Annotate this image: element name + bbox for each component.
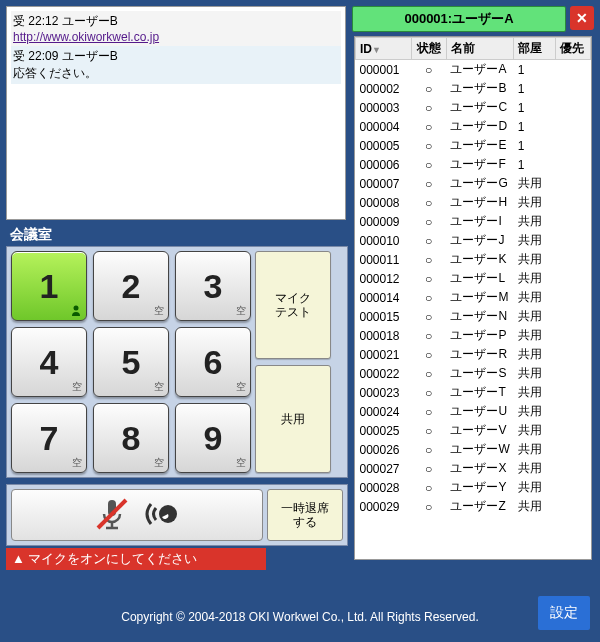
leave-button[interactable]: 一時退席 する	[267, 489, 343, 541]
person-icon	[70, 304, 82, 318]
speaking-icon	[142, 494, 182, 537]
table-row[interactable]: 000024○ユーザーU共用	[356, 402, 591, 421]
sort-desc-icon: ▼	[372, 45, 381, 55]
room-6-button[interactable]: 6空	[175, 327, 251, 397]
chat-msg-link[interactable]: http://www.okiworkwel.co.jp	[13, 30, 159, 44]
vacant-label: 空	[236, 456, 246, 470]
table-row[interactable]: 000009○ユーザーI共用	[356, 212, 591, 231]
table-row[interactable]: 000018○ユーザーP共用	[356, 326, 591, 345]
table-row[interactable]: 000025○ユーザーV共用	[356, 421, 591, 440]
room-5-button[interactable]: 5空	[93, 327, 169, 397]
settings-button[interactable]: 設定	[538, 596, 590, 630]
table-row[interactable]: 000014○ユーザーM共用	[356, 288, 591, 307]
table-row[interactable]: 000001○ユーザーA1	[356, 60, 591, 80]
table-row[interactable]: 000004○ユーザーD1	[356, 117, 591, 136]
vacant-label: 空	[72, 456, 82, 470]
mic-muted-icon	[92, 494, 132, 537]
table-row[interactable]: 000002○ユーザーB1	[356, 79, 591, 98]
svg-point-0	[74, 306, 79, 311]
vacant-label: 空	[154, 304, 164, 318]
table-row[interactable]: 000022○ユーザーS共用	[356, 364, 591, 383]
room-1-button[interactable]: 1	[11, 251, 87, 321]
table-row[interactable]: 000027○ユーザーX共用	[356, 459, 591, 478]
copyright: Copyright © 2004-2018 OKI Workwel Co., L…	[0, 610, 600, 624]
table-row[interactable]: 000012○ユーザーL共用	[356, 269, 591, 288]
col-priority[interactable]: 優先	[555, 38, 590, 60]
room-2-button[interactable]: 2空	[93, 251, 169, 321]
table-row[interactable]: 000003○ユーザーC1	[356, 98, 591, 117]
shared-room-button[interactable]: 共用	[255, 365, 331, 473]
vacant-label: 空	[236, 380, 246, 394]
section-title: 会議室	[6, 224, 348, 246]
table-row[interactable]: 000011○ユーザーK共用	[356, 250, 591, 269]
table-row[interactable]: 000010○ユーザーJ共用	[356, 231, 591, 250]
room-9-button[interactable]: 9空	[175, 403, 251, 473]
selected-user-label: 000001:ユーザーA	[352, 6, 566, 32]
mic-toggle-button[interactable]	[11, 489, 263, 541]
user-list[interactable]: ID▼ 状態 名前 部屋 優先 000001○ユーザーA1000002○ユーザー…	[354, 36, 592, 560]
col-id[interactable]: ID▼	[356, 38, 412, 60]
col-room[interactable]: 部屋	[514, 38, 556, 60]
col-name[interactable]: 名前	[446, 38, 513, 60]
vacant-label: 空	[72, 380, 82, 394]
table-row[interactable]: 000021○ユーザーR共用	[356, 345, 591, 364]
chat-msg-header: 受 22:09 ユーザーB	[13, 48, 339, 65]
room-7-button[interactable]: 7空	[11, 403, 87, 473]
room-4-button[interactable]: 4空	[11, 327, 87, 397]
table-row[interactable]: 000006○ユーザーF1	[356, 155, 591, 174]
table-row[interactable]: 000008○ユーザーH共用	[356, 193, 591, 212]
table-row[interactable]: 000007○ユーザーG共用	[356, 174, 591, 193]
mic-warning: マイクをオンにしてください	[6, 548, 266, 570]
table-row[interactable]: 000029○ユーザーZ共用	[356, 497, 591, 516]
vacant-label: 空	[154, 456, 164, 470]
chat-log[interactable]: 受 22:12 ユーザーB http://www.okiworkwel.co.j…	[6, 6, 346, 220]
table-row[interactable]: 000005○ユーザーE1	[356, 136, 591, 155]
chat-msg-body: 応答ください。	[13, 65, 339, 82]
vacant-label: 空	[154, 380, 164, 394]
col-status[interactable]: 状態	[411, 38, 446, 60]
room-8-button[interactable]: 8空	[93, 403, 169, 473]
chat-msg-header: 受 22:12 ユーザーB	[13, 13, 339, 30]
table-row[interactable]: 000026○ユーザーW共用	[356, 440, 591, 459]
room-3-button[interactable]: 3空	[175, 251, 251, 321]
close-button[interactable]: ✕	[570, 6, 594, 30]
vacant-label: 空	[236, 304, 246, 318]
mic-test-button[interactable]: マイク テスト	[255, 251, 331, 359]
table-row[interactable]: 000023○ユーザーT共用	[356, 383, 591, 402]
table-row[interactable]: 000028○ユーザーY共用	[356, 478, 591, 497]
table-row[interactable]: 000015○ユーザーN共用	[356, 307, 591, 326]
keypad-area: 12空3空4空5空6空7空8空9空 マイク テスト 共用	[6, 246, 348, 478]
